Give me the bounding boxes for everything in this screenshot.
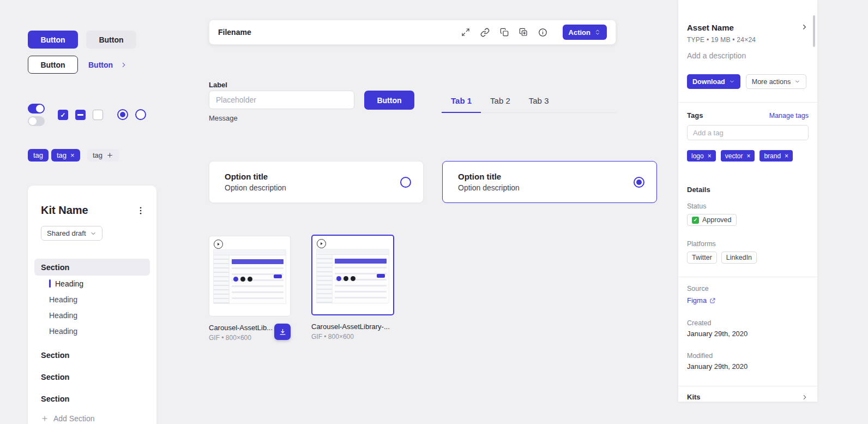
platforms-label: Platforms [687, 240, 809, 248]
tag-label: logo [691, 152, 704, 160]
tab-3[interactable]: Tab 3 [520, 91, 558, 113]
source-link[interactable]: Figma [687, 296, 716, 304]
kit-heading-item-active[interactable]: Heading [34, 276, 150, 291]
kits-row[interactable]: Kits [687, 393, 809, 401]
copy-add-icon[interactable] [519, 28, 528, 37]
asset-thumbnail[interactable] [311, 235, 394, 315]
radio-dot [120, 112, 125, 117]
kit-heading-item[interactable]: Heading [34, 323, 150, 339]
tag-pill[interactable]: logo× [687, 150, 716, 162]
sort-carets-icon [594, 29, 601, 35]
kit-item-label: Section [41, 351, 69, 360]
kit-section-item[interactable]: Section [34, 347, 150, 364]
status-label: Status [687, 202, 809, 210]
source-label: Source [687, 285, 809, 292]
tag-label: vector [725, 152, 743, 160]
kebab-menu-icon[interactable] [136, 206, 146, 216]
checkbox-checked[interactable]: ✓ [58, 110, 68, 120]
more-actions-button[interactable]: More actions [746, 74, 807, 89]
kit-section-item[interactable]: Section [34, 390, 150, 408]
tag-pill-add[interactable]: tag [87, 149, 119, 162]
checkbox-unchecked[interactable] [93, 110, 103, 120]
secondary-button[interactable]: Button [86, 31, 136, 49]
tag-label: tag [93, 151, 103, 159]
action-button-label: Action [569, 28, 590, 37]
info-icon[interactable] [538, 28, 547, 37]
tab-2[interactable]: Tab 2 [481, 91, 520, 113]
option-description: Option description [225, 183, 400, 192]
link-icon[interactable] [480, 28, 490, 37]
radio-unselected[interactable] [400, 177, 411, 188]
dash-icon [77, 114, 83, 115]
description-placeholder[interactable]: Add a description [687, 51, 809, 60]
toggle-on[interactable] [28, 104, 45, 114]
kit-heading-item[interactable]: Heading [34, 307, 150, 323]
chevron-right-icon [801, 393, 809, 401]
manage-tags-link[interactable]: Manage tags [769, 112, 809, 120]
kit-section-item[interactable]: Section [34, 368, 150, 386]
text-input[interactable] [209, 91, 354, 109]
link-button[interactable]: Button [88, 56, 128, 74]
divider [678, 386, 817, 386]
external-link-icon [709, 297, 716, 304]
active-indicator-bar [49, 279, 51, 288]
source-link-label: Figma [687, 296, 707, 304]
add-section-button[interactable]: Add Section [41, 414, 95, 423]
asset-card[interactable]: Carousel-AssetLib... GIF • 800×600 [209, 236, 291, 342]
download-dropdown-button[interactable]: Download [687, 74, 740, 89]
add-tag-input[interactable] [687, 125, 809, 140]
collapse-panel-icon[interactable] [800, 23, 809, 31]
kit-item-label: Heading [49, 295, 77, 304]
tag-pill[interactable]: tag [28, 149, 49, 162]
asset-detail-title: Asset Name [687, 23, 734, 32]
checkbox-indeterminate[interactable] [75, 110, 86, 120]
kit-section-item[interactable]: Section [34, 259, 150, 276]
tag-label: tag [57, 151, 67, 159]
download-label: Download [692, 78, 725, 86]
duplicate-icon[interactable] [500, 28, 509, 37]
radio-unselected[interactable] [135, 109, 146, 120]
kit-visibility-dropdown[interactable]: Shared draft [41, 226, 103, 241]
radio-selected[interactable] [117, 109, 128, 120]
asset-preview-image [316, 249, 389, 303]
outline-button[interactable]: Button [28, 56, 78, 74]
tag-label: brand [764, 152, 781, 160]
platform-label: Twitter [692, 254, 712, 261]
asset-card-selected[interactable]: Carousel-AssetLibrary-... GIF • 800×600 [311, 235, 394, 341]
kit-heading-item[interactable]: Heading [34, 291, 150, 307]
chevron-right-icon [120, 61, 128, 69]
tag-pill[interactable]: vector× [721, 150, 755, 162]
filename: Filename [218, 28, 461, 37]
link-button-label: Button [88, 61, 113, 69]
tab-1[interactable]: Tab 1 [442, 91, 481, 113]
remove-icon[interactable]: × [708, 152, 712, 160]
expand-icon[interactable] [461, 28, 470, 37]
tag-pill[interactable]: brand× [760, 150, 793, 162]
asset-preview-image [213, 249, 286, 304]
remove-icon[interactable]: × [70, 152, 75, 159]
asset-name: Carousel-AssetLibrary-... [311, 323, 394, 331]
modified-label: Modified [687, 352, 809, 360]
action-button[interactable]: Action [563, 25, 607, 40]
kit-visibility-label: Shared draft [47, 229, 86, 237]
option-card-selected[interactable]: Option title Option description [442, 161, 657, 203]
remove-icon[interactable]: × [785, 152, 788, 160]
play-icon [317, 239, 326, 248]
plus-icon[interactable] [106, 152, 113, 159]
radio-selected[interactable] [634, 177, 644, 188]
primary-button[interactable]: Button [28, 31, 78, 49]
download-button[interactable] [274, 324, 291, 340]
platform-label: LinkedIn [726, 254, 752, 261]
asset-thumbnail[interactable] [209, 236, 291, 316]
scrollbar[interactable] [813, 15, 815, 47]
design-system-canvas: Button Button Button Button ✓ tag tag× t… [0, 0, 868, 424]
form-button[interactable]: Button [364, 91, 414, 110]
asset-detail-panel: Asset Name TYPE • 19 MB • 24×24 Add a de… [678, 0, 817, 402]
tag-pill-removable[interactable]: tag× [51, 149, 80, 162]
toggle-off[interactable] [28, 116, 45, 126]
tags-heading: Tags [687, 111, 703, 120]
option-title: Option title [225, 172, 400, 181]
field-message: Message [209, 114, 238, 122]
remove-icon[interactable]: × [746, 152, 750, 160]
option-card[interactable]: Option title Option description [209, 161, 424, 203]
